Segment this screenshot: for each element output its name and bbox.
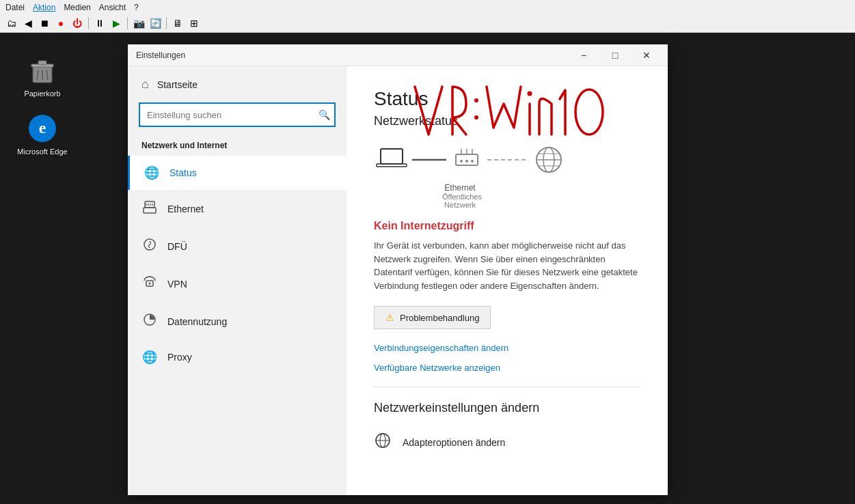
troubleshoot-label: Problembehandlung [400, 313, 479, 323]
nav-label-dfu: DFÜ [167, 241, 187, 252]
recycle-bin-icon [26, 54, 59, 87]
window-controls: − □ ✕ [568, 44, 662, 66]
nav-item-status[interactable]: 🌐 Status [128, 156, 347, 190]
adapter-item[interactable]: Adapteroptionen ändern [374, 426, 640, 459]
svg-point-16 [149, 283, 151, 285]
toolbar: Datei Aktion Medien Ansicht ? 🗂 ◀ ⏹ ● ⏻ … [0, 0, 855, 33]
link-verfuegbare-netzwerke[interactable]: Verfügbare Netzwerke anzeigen [374, 363, 640, 373]
window-titlebar: Einstellungen − □ ✕ [128, 44, 668, 66]
dashed-line [487, 158, 528, 161]
close-button[interactable]: ✕ [631, 44, 662, 66]
toolbar-icon-stop[interactable]: ⏹ [37, 16, 52, 31]
ethernet-nav-icon [141, 199, 158, 218]
menu-medien[interactable]: Medien [64, 3, 90, 12]
svg-rect-22 [381, 149, 403, 164]
menu-aktion[interactable]: Aktion [33, 3, 55, 12]
internet-icon [531, 142, 567, 178]
home-icon: ⌂ [141, 77, 149, 92]
toolbar-icon-play[interactable]: ▶ [109, 16, 124, 31]
sidebar-home-item[interactable]: ⌂ Startseite [128, 66, 347, 102]
svg-point-30 [465, 160, 468, 163]
no-internet-desc: Ihr Gerät ist verbunden, kann aber mögli… [374, 239, 640, 292]
edge-icon: e [26, 112, 59, 145]
svg-rect-8 [144, 208, 156, 213]
window-body: ⌂ Startseite 🔍 Netzwerk und Internet 🌐 S… [128, 66, 668, 495]
sep2 [127, 17, 128, 29]
search-icon: 🔍 [318, 109, 330, 120]
nav-item-vpn[interactable]: VPN [128, 265, 347, 303]
sidebar: ⌂ Startseite 🔍 Netzwerk und Internet 🌐 S… [128, 66, 347, 495]
settings-window: Einstellungen − □ ✕ ⌂ Startseite 🔍 Netzw… [128, 44, 668, 495]
proxy-nav-icon: 🌐 [141, 350, 158, 365]
search-input[interactable] [139, 102, 336, 127]
svg-rect-2 [38, 61, 46, 65]
warning-icon: ⚠ [385, 312, 394, 323]
status-title: Status [374, 88, 640, 110]
desktop-icon-recycle[interactable]: Papierkorb [15, 51, 70, 100]
status-nav-icon: 🌐 [144, 165, 160, 180]
adapter-icon [374, 432, 392, 453]
nav-item-datennutzung[interactable]: Datennutzung [128, 303, 347, 340]
router-icon [449, 142, 485, 178]
troubleshoot-button[interactable]: ⚠ Problembehandlung [374, 306, 491, 329]
nav-label-proxy: Proxy [167, 352, 192, 363]
home-label: Startseite [157, 79, 198, 90]
section-heading-2: Netzwerkeinstellungen ändern [374, 387, 640, 415]
network-labels: Ethernet Öffentliches Netzwerk [442, 183, 640, 209]
desktop-icon-edge[interactable]: e Microsoft Edge [15, 109, 70, 158]
menu-datei[interactable]: Datei [5, 3, 25, 12]
vpn-nav-icon [141, 275, 158, 293]
menu-bar: Datei Aktion Medien Ansicht ? [0, 0, 855, 14]
toolbar-icon-power[interactable]: ⏻ [70, 16, 85, 31]
nav-item-proxy[interactable]: 🌐 Proxy [128, 340, 347, 374]
nav-item-ethernet[interactable]: Ethernet [128, 190, 347, 227]
minimize-button[interactable]: − [568, 44, 599, 66]
dfu-nav-icon [141, 237, 158, 255]
edge-label: Microsoft Edge [17, 148, 67, 156]
maximize-button[interactable]: □ [599, 44, 631, 66]
network-diagram [374, 142, 640, 178]
svg-point-31 [471, 160, 474, 163]
svg-rect-23 [377, 164, 407, 167]
window-title: Einstellungen [136, 51, 185, 60]
nav-label-status: Status [169, 167, 197, 178]
sep3 [166, 17, 167, 29]
ethernet-label: Ethernet [442, 183, 478, 193]
sep1 [88, 17, 89, 29]
icon-bar: 🗂 ◀ ⏹ ● ⏻ ⏸ ▶ 📷 🔄 🖥 ⊞ [0, 14, 855, 32]
toolbar-icon-record[interactable]: ● [53, 16, 68, 31]
nav-label-datennutzung: Datennutzung [167, 316, 227, 327]
no-internet-label: Kein Internetzugriff [374, 220, 640, 232]
laptop-icon [374, 142, 409, 178]
adapter-label: Adapteroptionen ändern [403, 437, 505, 448]
toolbar-icon-1[interactable]: 🗂 [4, 16, 19, 31]
svg-text:e: e [39, 119, 46, 137]
search-box: 🔍 [139, 102, 336, 127]
recycle-bin-label: Papierkorb [24, 89, 60, 98]
toolbar-icon-snapshot[interactable]: 📷 [131, 16, 146, 31]
section-title: Netzwerk und Internet [128, 132, 347, 156]
main-content: Status Netzwerkstatus [347, 66, 668, 495]
solid-line [412, 158, 446, 161]
toolbar-icon-refresh[interactable]: 🔄 [148, 16, 163, 31]
nav-label-vpn: VPN [167, 279, 187, 290]
nav-item-dfu[interactable]: DFÜ [128, 227, 347, 265]
toolbar-icon-back[interactable]: ◀ [21, 16, 36, 31]
toolbar-icon-pause[interactable]: ⏸ [92, 16, 107, 31]
toolbar-icon-screen[interactable]: 🖥 [170, 16, 185, 31]
toolbar-icon-config[interactable]: ⊞ [187, 16, 202, 31]
menu-ansicht[interactable]: Ansicht [99, 3, 126, 12]
nav-label-ethernet: Ethernet [167, 204, 204, 214]
svg-point-29 [460, 160, 463, 163]
datennutzung-nav-icon [141, 312, 158, 331]
network-status-heading: Netzwerkstatus [374, 114, 640, 128]
link-verbindungseigenschaften[interactable]: Verbindungseigenschaften ändern [374, 343, 640, 353]
menu-help[interactable]: ? [134, 3, 139, 12]
network-type-label: Öffentliches Netzwerk [442, 193, 478, 209]
